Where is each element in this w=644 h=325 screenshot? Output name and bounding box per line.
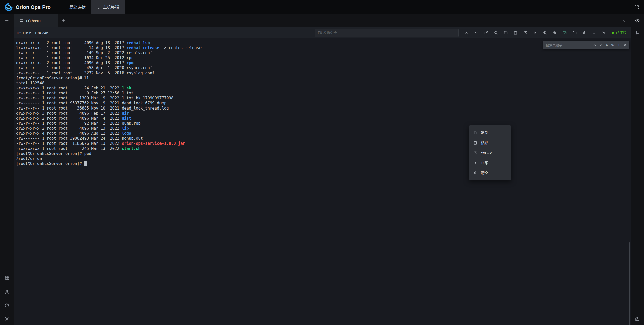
right-sidebar <box>631 14 644 325</box>
ip-label: IP: 116.62.194.246 <box>17 31 48 35</box>
folder-button[interactable] <box>570 29 579 37</box>
search-next-button[interactable] <box>598 42 604 48</box>
power-button[interactable] <box>590 29 598 37</box>
terminal-toolbar: IP: 116.62.194.246 已连接 <box>14 27 631 38</box>
search-buttons: AWI <box>592 42 628 48</box>
expand-button[interactable] <box>482 29 490 37</box>
user-button[interactable] <box>4 289 9 294</box>
zoom-out-icon <box>553 31 557 35</box>
swap-vertical-icon <box>635 30 640 35</box>
copy-button[interactable] <box>501 29 510 37</box>
terminal-line: -rw------- 1 root root 39082493 Mar 24 2… <box>16 136 202 141</box>
scrollbar-thumb[interactable] <box>629 242 630 325</box>
search-case-sensitive-button[interactable]: A <box>604 42 610 48</box>
chevron-down-icon <box>474 31 478 35</box>
terminal-text-segment: -rwxrwxrwx 1 root root 245 Mar 13 2022 <box>16 146 122 151</box>
dashboard-button[interactable] <box>4 303 9 308</box>
search-input[interactable] <box>546 43 592 47</box>
terminal-text-segment: -rw------- 1 root root 39082493 Mar 24 2… <box>16 136 143 141</box>
terminal-text-segment: drwxr-xr-x 2 root root 4096 Mar 4 2022 <box>16 116 122 121</box>
play-icon <box>533 31 537 35</box>
terminal-text-segment: lib <box>122 126 129 131</box>
status-dot-icon <box>612 32 614 34</box>
terminal-line: [root@OrionEcsServer orion]# ll <box>16 76 202 81</box>
context-menu-item-trash[interactable]: 清空 <box>469 168 511 178</box>
terminal-text-segment: -> centos-release <box>159 46 202 50</box>
code-button[interactable] <box>631 14 644 27</box>
plus-icon <box>63 5 67 9</box>
terminal-line: drwxr-xr-x. 2 root root 4096 Aug 18 2017… <box>16 60 202 65</box>
zoom-out-button[interactable] <box>550 29 559 37</box>
new-connection-label: 新建连接 <box>69 5 86 10</box>
terminal-text-segment: -rw-r--r-- 1 root root 1634 Dec 25 2012 … <box>16 56 134 60</box>
terminal-line: -rw-r--r-- 1 root root 149 Sep 2 2022 re… <box>16 50 202 55</box>
close-button[interactable] <box>599 29 608 37</box>
command-icon <box>4 276 9 281</box>
tabbar-close-button[interactable] <box>617 14 631 27</box>
terminal-text-segment: -rw-r--r--. 1 root root 3232 Nov 5 2016 … <box>16 71 155 75</box>
terminal-text-segment: drwxr-xr-x 4 root root 4096 Aug 12 2022 <box>16 131 122 136</box>
app-logo: Orion Ops Pro <box>0 0 58 14</box>
terminal-line: drwxr-xr-x 2 root root 4096 Aug 18 2017 … <box>16 40 202 45</box>
command-button[interactable] <box>4 276 9 281</box>
paste-icon <box>513 31 518 35</box>
terminal-text-segment: 1.sh <box>122 86 131 90</box>
terminal-text-segment: drwxr-xr-x. 2 root root 4096 Aug 18 2017 <box>16 61 127 65</box>
trash-button[interactable] <box>580 29 588 37</box>
search-close-button[interactable] <box>622 42 628 48</box>
paste-icon <box>473 141 477 145</box>
terminal-text-segment: -rw------- 1 root root 95377762 Nov 9 20… <box>16 101 166 105</box>
monitor-icon <box>97 5 101 9</box>
terminal-line: -rw-r--r-- 1 root root 36885 Nov 10 2021… <box>16 106 202 111</box>
chevron-down-icon <box>599 43 602 47</box>
context-menu-item-play[interactable]: 回车 <box>469 158 511 168</box>
terminal-text-segment: logs <box>122 131 131 136</box>
add-tab-button[interactable] <box>58 14 70 27</box>
sigma-button[interactable] <box>521 29 530 37</box>
camera-button[interactable] <box>635 316 640 321</box>
search-prev-button[interactable] <box>592 42 598 48</box>
context-menu-item-sigma[interactable]: ctrl + c <box>469 148 511 158</box>
tab-label: (1) host1 <box>26 19 41 23</box>
toolbar-icons <box>462 29 608 37</box>
terminal-text-segment: [root@OrionEcsServer orion]# pwd <box>16 151 91 156</box>
chevron-up-button[interactable] <box>462 29 471 37</box>
fullscreen-button[interactable] <box>629 0 644 14</box>
terminal-cursor <box>84 161 87 166</box>
terminal-line: [root@OrionEcsServer orion]# pwd <box>16 151 202 156</box>
search-whole-word-button[interactable]: W <box>610 42 616 48</box>
context-menu-item-copy[interactable]: 复制 <box>469 128 511 138</box>
terminal-text-segment: -rw-r--r-- 1 root root 1309 Mar 9 2022 1… <box>16 96 173 100</box>
search-icon <box>494 31 498 35</box>
new-terminal-button[interactable] <box>0 14 14 27</box>
fullscreen-icon <box>634 5 639 10</box>
settings-button[interactable] <box>4 316 9 321</box>
app-window: Orion Ops Pro 新建连接 主机终端 (1) host1 <box>0 0 644 325</box>
context-menu-item-label: 回车 <box>481 161 488 165</box>
checkbox-button[interactable] <box>560 29 569 37</box>
tab-host1[interactable]: (1) host1 <box>14 14 58 27</box>
swap-vertical-button[interactable] <box>631 27 644 38</box>
paste-button[interactable] <box>511 29 520 37</box>
topbar: Orion Ops Pro 新建连接 主机终端 <box>0 0 644 14</box>
terminal-text-segment: drwxr-xr-x 3 root root 4096 Feb 17 2022 <box>16 111 122 116</box>
trash-icon <box>473 171 477 175</box>
zoom-in-button[interactable] <box>541 29 549 37</box>
terminal-area[interactable]: drwxr-xr-x 2 root root 4096 Aug 18 2017 … <box>14 38 631 325</box>
code-icon <box>635 18 640 23</box>
context-menu-item-paste[interactable]: 粘贴 <box>469 138 511 148</box>
copy-icon <box>504 31 508 35</box>
status-label: 已连接 <box>616 30 626 35</box>
play-button[interactable] <box>531 29 539 37</box>
chevron-down-button[interactable] <box>472 29 480 37</box>
host-terminal-nav[interactable]: 主机终端 <box>91 0 125 14</box>
search-widget: AWI <box>543 41 629 49</box>
search-regex-button[interactable]: I <box>616 42 622 48</box>
search-button[interactable] <box>492 29 500 37</box>
terminal-line: -rwxrwxrwx 1 root root 245 Mar 13 2022 s… <box>16 146 202 151</box>
send-command-input[interactable] <box>315 29 459 37</box>
new-connection-button[interactable]: 新建连接 <box>58 0 91 14</box>
terminal-text-segment: -rw-r--r-- 1 root root 458 Apr 1 2020 rs… <box>16 66 152 70</box>
terminal-text-segment: -rw-r--r-- 1 root root 36885 Nov 10 2021… <box>16 106 169 111</box>
close-icon <box>602 31 606 35</box>
